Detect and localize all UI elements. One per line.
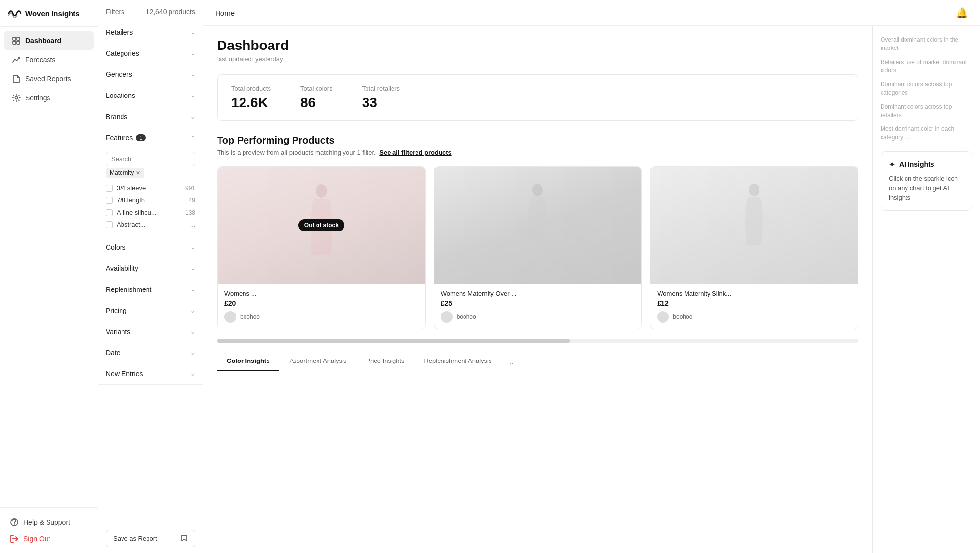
logo-icon: [8, 9, 22, 18]
svg-rect-2: [13, 41, 16, 44]
filter-colors-toggle[interactable]: Colors ⌄: [98, 237, 203, 258]
filter-retailers-toggle[interactable]: Retailers ⌄: [98, 22, 203, 43]
chevron-down-icon: ⌄: [190, 265, 195, 272]
main-nav: Dashboard Forecasts Saved Reports Settin…: [0, 27, 98, 507]
filter-date-toggle[interactable]: Date ⌄: [98, 342, 203, 363]
filter-availability-label: Availability: [106, 264, 138, 272]
checkbox-2[interactable]: [106, 209, 113, 216]
save-report-button[interactable]: Save as Report: [106, 530, 195, 547]
chevron-down-icon: ⌄: [190, 50, 195, 57]
tab-replenishment-label: Replenishment Analysis: [424, 357, 491, 364]
product-card-1[interactable]: Womens Maternity Over ... £25 boohoo: [434, 166, 642, 329]
retailer-avatar-1: [441, 311, 453, 323]
filter-categories-label: Categories: [106, 49, 139, 57]
product-card-2[interactable]: Womens Maternity Slink... £12 boohoo: [650, 166, 858, 329]
filter-replenishment-toggle[interactable]: Replenishment ⌄: [98, 279, 203, 300]
notification-icon[interactable]: 🔔: [956, 7, 968, 19]
settings-icon: [12, 94, 21, 102]
tab-assortment-analysis[interactable]: Assortment Analysis: [279, 351, 356, 371]
sidebar-item-settings[interactable]: Settings: [4, 89, 94, 107]
top-products-title: Top Performing Products: [217, 135, 858, 146]
feature-checkbox-3[interactable]: Abstract...: [106, 221, 146, 228]
sidebar-bottom: Help & Support Sign Out: [0, 507, 98, 553]
filter-availability-toggle[interactable]: Availability ⌄: [98, 258, 203, 279]
feature-label-2: A-line silhou...: [117, 209, 157, 216]
right-link-0[interactable]: Overall dominant colors in the market: [881, 36, 972, 52]
checkbox-3[interactable]: [106, 221, 113, 228]
filter-section-brands: Brands ⌄: [98, 106, 203, 127]
product-price-2: £12: [657, 299, 851, 307]
retailer-row-1: boohoo: [441, 311, 635, 323]
filter-genders-toggle[interactable]: Genders ⌄: [98, 64, 203, 85]
top-bar: Home 🔔: [203, 0, 980, 26]
feature-label-1: 7/8 length: [117, 196, 145, 204]
stat-total-products-value: 12.6K: [231, 95, 271, 111]
filter-section-retailers: Retailers ⌄: [98, 22, 203, 43]
tabs-more-label: ...: [510, 358, 515, 365]
chevron-down-icon: ⌄: [190, 307, 195, 314]
ai-insights-card: ✦ AI Insights Click on the sparkle icon …: [881, 151, 972, 211]
filter-retailers-label: Retailers: [106, 28, 133, 36]
filter-brands-label: Brands: [106, 113, 127, 120]
sidebar-item-forecasts[interactable]: Forecasts: [4, 50, 94, 69]
stat-total-retailers-value: 33: [362, 95, 400, 111]
horizontal-scrollbar[interactable]: [217, 339, 858, 343]
sidebar-item-label: Saved Reports: [25, 75, 71, 83]
feature-item-0: 3/4 sleeve 991: [106, 182, 195, 194]
features-search-input[interactable]: [106, 152, 195, 166]
filter-variants-toggle[interactable]: Variants ⌄: [98, 321, 203, 342]
filter-categories-toggle[interactable]: Categories ⌄: [98, 43, 203, 64]
filter-section-features: Features 1 ⌄ Maternity ✕ 3/4 sleeve 991: [98, 127, 203, 237]
filter-pricing-label: Pricing: [106, 307, 127, 314]
tab-color-insights[interactable]: Color Insights: [217, 351, 279, 371]
filter-brands-toggle[interactable]: Brands ⌄: [98, 106, 203, 127]
right-link-1[interactable]: Retailers use of market dominant colors: [881, 58, 972, 75]
sign-out-label: Sign Out: [24, 535, 50, 543]
chevron-down-icon: ⌄: [190, 349, 195, 356]
filter-new-entries-label: New Entries: [106, 370, 143, 378]
tag-close-button[interactable]: ✕: [136, 170, 140, 176]
retailer-avatar-0: [224, 311, 236, 323]
stat-total-colors: Total colors 86: [300, 85, 333, 111]
product-name-0: Womens ...: [224, 290, 418, 297]
sign-out-icon: [10, 534, 19, 543]
retailer-name-1: boohoo: [457, 313, 476, 320]
stat-total-products: Total products 12.6K: [231, 85, 271, 111]
filter-header: Filters 12,640 products: [98, 0, 203, 22]
filter-pricing-toggle[interactable]: Pricing ⌄: [98, 300, 203, 321]
sidebar-item-label: Settings: [25, 94, 50, 102]
feature-checkbox-2[interactable]: A-line silhou...: [106, 209, 157, 216]
sidebar-item-saved-reports[interactable]: Saved Reports: [4, 70, 94, 88]
product-price-0: £20: [224, 299, 418, 307]
dashboard-content: Dashboard last updated: yesterday Total …: [203, 26, 872, 553]
filter-title: Filters: [106, 8, 124, 16]
top-products-desc: This is a preview from all products matc…: [217, 149, 858, 156]
feature-item-1: 7/8 length 49: [106, 194, 195, 206]
sidebar-item-dashboard[interactable]: Dashboard: [4, 31, 94, 50]
chevron-down-icon: ⌄: [190, 286, 195, 293]
product-name-2: Womens Maternity Slink...: [657, 290, 851, 297]
filter-genders-label: Genders: [106, 71, 132, 78]
right-link-4[interactable]: Most dominant color in each category ...: [881, 125, 972, 142]
tabs-more-button[interactable]: ...: [502, 352, 523, 371]
help-icon: [10, 518, 19, 527]
product-card-0[interactable]: Out of stock Womens ... £20 boohoo: [217, 166, 426, 329]
right-link-3[interactable]: Dominant colors across top retailers: [881, 103, 972, 120]
filter-features-toggle[interactable]: Features 1 ⌄: [98, 127, 203, 148]
active-tag: Maternity ✕: [106, 168, 144, 178]
sign-out-button[interactable]: Sign Out: [4, 530, 94, 547]
filter-new-entries-toggle[interactable]: New Entries ⌄: [98, 363, 203, 384]
filter-locations-toggle[interactable]: Locations ⌄: [98, 85, 203, 106]
checkbox-0[interactable]: [106, 185, 113, 192]
feature-checkbox-0[interactable]: 3/4 sleeve: [106, 184, 146, 192]
right-link-2[interactable]: Dominant colors across top categories: [881, 80, 972, 97]
tab-replenishment-analysis[interactable]: Replenishment Analysis: [414, 351, 501, 371]
feature-checkbox-1[interactable]: 7/8 length: [106, 196, 145, 204]
checkbox-1[interactable]: [106, 197, 113, 204]
tab-price-insights[interactable]: Price Insights: [356, 351, 414, 371]
see-all-link[interactable]: See all filtered products: [379, 149, 451, 156]
retailer-row-0: boohoo: [224, 311, 418, 323]
help-support-button[interactable]: Help & Support: [4, 514, 94, 530]
retailer-row-2: boohoo: [657, 311, 851, 323]
stat-total-retailers-label: Total retailers: [362, 85, 400, 92]
